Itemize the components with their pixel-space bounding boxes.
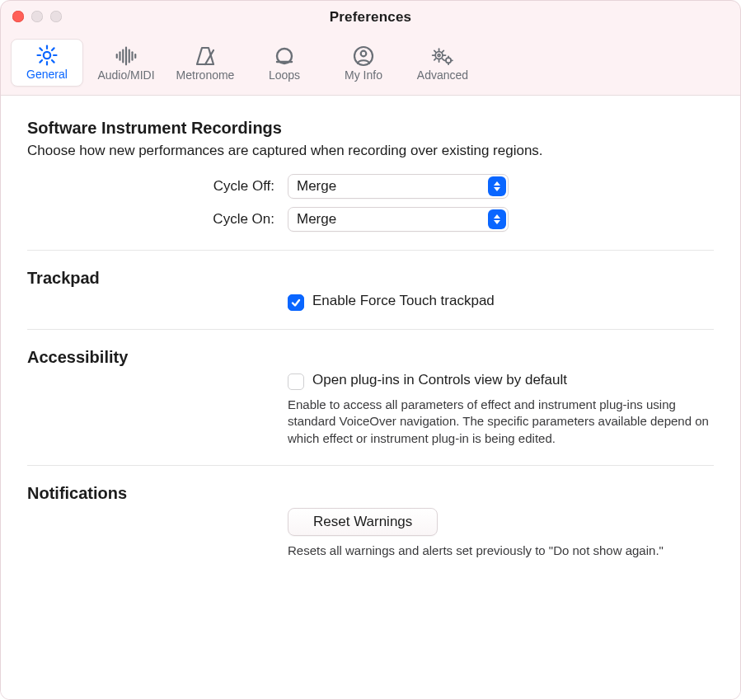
popup-stepper-icon <box>488 176 506 196</box>
tab-label: My Info <box>345 68 382 82</box>
svg-point-31 <box>446 58 451 63</box>
section-title: Trackpad <box>27 269 714 288</box>
tab-label: Metronome <box>176 68 235 82</box>
cycle-on-label: Cycle On: <box>27 211 274 228</box>
svg-line-30 <box>434 59 436 60</box>
cycle-off-popup[interactable]: Merge <box>288 174 509 199</box>
controls-view-checkbox[interactable] <box>288 373 304 390</box>
svg-point-20 <box>361 51 367 57</box>
section-title: Notifications <box>27 484 714 503</box>
tab-audio-midi[interactable]: Audio/MIDI <box>90 39 162 87</box>
accessibility-help-text: Enable to access all parameters of effec… <box>288 397 714 447</box>
content: Software Instrument Recordings Choose ho… <box>1 96 740 699</box>
preferences-window: Preferences <box>0 0 741 700</box>
gear-icon <box>35 45 59 66</box>
reset-warnings-row: Reset Warnings Resets all warnings and a… <box>27 508 714 559</box>
force-touch-checkbox[interactable] <box>288 294 304 311</box>
minimize-button[interactable] <box>31 11 43 22</box>
close-button[interactable] <box>12 11 24 22</box>
person-icon <box>351 45 376 67</box>
tab-label: Loops <box>269 68 300 82</box>
svg-line-6 <box>52 60 54 63</box>
maximize-button[interactable] <box>50 11 62 22</box>
metronome-icon <box>193 45 218 67</box>
svg-line-29 <box>443 50 444 52</box>
tab-label: General <box>26 68 68 81</box>
force-touch-row: Enable Force Touch trackpad <box>27 293 714 311</box>
svg-point-21 <box>435 52 443 59</box>
tab-general[interactable]: General <box>11 39 83 87</box>
cycle-on-popup[interactable]: Merge <box>288 207 509 232</box>
section-title: Software Instrument Recordings <box>27 119 714 138</box>
toolbar: General Audio/MIDI <box>1 34 740 96</box>
tab-label: Advanced <box>417 68 468 82</box>
svg-point-22 <box>438 54 440 57</box>
cycle-on-row: Cycle On: Merge <box>27 207 714 232</box>
controls-view-label: Open plug-ins in Controls view by defaul… <box>312 372 567 388</box>
svg-line-7 <box>52 48 54 50</box>
tab-loops[interactable]: Loops <box>248 39 321 87</box>
section-notifications: Notifications Reset Warnings Resets all … <box>27 465 714 559</box>
svg-line-28 <box>443 59 444 60</box>
section-description: Choose how new performances are captured… <box>27 143 714 159</box>
svg-line-5 <box>40 48 42 50</box>
controls-view-row: Open plug-ins in Controls view by defaul… <box>27 372 714 447</box>
tab-label: Audio/MIDI <box>97 68 154 82</box>
svg-line-27 <box>434 50 436 52</box>
window-title: Preferences <box>330 9 412 26</box>
window-controls <box>12 11 62 22</box>
cycle-on-value: Merge <box>297 211 336 228</box>
section-trackpad: Trackpad Enable Force Touch trackpad <box>27 250 714 311</box>
cycle-off-row: Cycle Off: Merge <box>27 174 714 199</box>
svg-line-8 <box>40 60 42 63</box>
section-title: Accessibility <box>27 348 714 367</box>
reset-warnings-button[interactable]: Reset Warnings <box>288 508 438 536</box>
force-touch-label: Enable Force Touch trackpad <box>312 293 495 309</box>
tab-metronome[interactable]: Metronome <box>169 39 242 87</box>
loop-icon <box>272 45 297 67</box>
notifications-help-text: Resets all warnings and alerts set previ… <box>288 543 714 559</box>
popup-stepper-icon <box>488 209 506 229</box>
svg-point-0 <box>44 52 50 59</box>
tab-advanced[interactable]: Advanced <box>406 39 479 87</box>
waveform-icon <box>114 45 138 67</box>
cycle-off-value: Merge <box>297 178 336 195</box>
section-recordings: Software Instrument Recordings Choose ho… <box>27 119 714 232</box>
tab-my-info[interactable]: My Info <box>327 39 400 87</box>
gears-icon <box>430 45 455 67</box>
cycle-off-label: Cycle Off: <box>27 178 274 195</box>
titlebar: Preferences <box>1 1 740 34</box>
section-accessibility: Accessibility Open plug-ins in Controls … <box>27 329 714 447</box>
